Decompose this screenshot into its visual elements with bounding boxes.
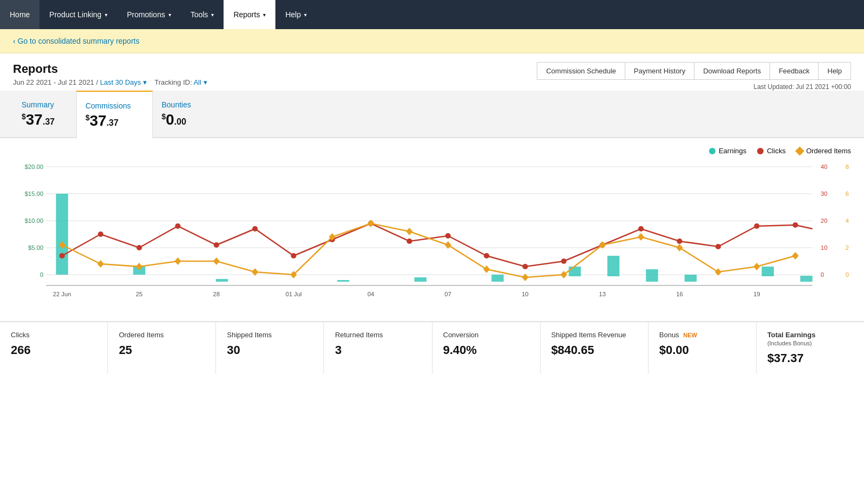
stat-shipped-revenue: Shipped Items Revenue $840.65 — [541, 322, 649, 374]
bounties-amount: $0.00 — [161, 111, 191, 128]
svg-text:$20.00: $20.00 — [25, 164, 43, 170]
date-filter-link[interactable]: Last 30 Days ▾ — [100, 78, 148, 86]
stat-ordered-items: Ordered Items 25 — [108, 322, 216, 374]
chart-svg: $20.00 $15.00 $10.00 $5.00 0 40 30 20 10… — [13, 161, 851, 312]
stat-bonus-value: $0.00 — [659, 343, 745, 357]
chevron-down-icon: ▾ — [143, 78, 147, 86]
consolidated-reports-link[interactable]: ‹ Go to consolidated summary reports — [13, 37, 139, 45]
summary-tab-label: Summary — [22, 100, 55, 109]
svg-text:28: 28 — [213, 291, 220, 297]
svg-point-35 — [137, 245, 142, 250]
svg-text:8: 8 — [846, 164, 849, 170]
svg-point-33 — [59, 253, 65, 258]
tracking-id-link[interactable]: All ▾ — [193, 78, 207, 86]
tab-download-reports[interactable]: Download Reports — [694, 62, 770, 80]
stat-shipped-value: 30 — [227, 343, 313, 357]
summary-tabs: Summary $37.37 Commissions $37.37 Bounti… — [0, 91, 864, 138]
tab-bounties[interactable]: Bounties $0.00 — [153, 91, 212, 137]
stat-total-earnings: Total Earnings (Includes Bonus) $37.37 — [757, 322, 864, 374]
stats-row: Clicks 266 Ordered Items 25 Shipped Item… — [0, 321, 864, 374]
svg-point-49 — [677, 239, 682, 244]
tab-commissions[interactable]: Commissions $37.37 — [76, 91, 153, 138]
svg-point-36 — [175, 223, 180, 229]
svg-text:6: 6 — [846, 190, 849, 197]
svg-marker-71 — [753, 263, 760, 270]
chart-area: Earnings Clicks Ordered Items $20.00 $15… — [0, 138, 864, 317]
svg-rect-26 — [491, 275, 503, 282]
nav-reports[interactable]: Reports ▾ — [224, 0, 275, 29]
chart-container: $20.00 $15.00 $10.00 $5.00 0 40 30 20 10… — [13, 161, 851, 312]
chevron-down-icon: ▾ — [263, 12, 266, 18]
svg-point-46 — [561, 258, 566, 264]
svg-text:19: 19 — [753, 291, 760, 297]
svg-text:20: 20 — [821, 217, 827, 224]
svg-marker-72 — [792, 252, 799, 260]
svg-text:0: 0 — [40, 271, 43, 278]
clicks-dot — [757, 148, 764, 154]
svg-text:07: 07 — [444, 291, 451, 297]
chevron-down-icon: ▾ — [304, 12, 307, 18]
tab-commission-schedule[interactable]: Commission Schedule — [537, 62, 625, 80]
svg-point-37 — [214, 242, 219, 248]
svg-marker-68 — [638, 233, 644, 241]
svg-text:$15.00: $15.00 — [25, 190, 43, 197]
svg-point-38 — [252, 226, 258, 231]
chevron-down-icon: ▾ — [168, 12, 171, 18]
stat-revenue-label: Shipped Items Revenue — [551, 331, 637, 339]
stat-conversion-value: 9.40% — [443, 343, 529, 357]
svg-rect-29 — [646, 269, 658, 282]
svg-marker-69 — [676, 244, 683, 251]
legend-ordered-items: Ordered Items — [796, 147, 851, 155]
svg-rect-27 — [569, 267, 580, 276]
chevron-down-icon: ▾ — [204, 78, 207, 86]
bounties-tab-label: Bounties — [161, 100, 191, 109]
tab-feedback[interactable]: Feedback — [770, 62, 819, 80]
svg-marker-56 — [174, 257, 181, 265]
chevron-down-icon: ▾ — [211, 12, 214, 18]
stat-total-value: $37.37 — [767, 351, 853, 365]
svg-point-52 — [793, 222, 798, 228]
top-navigation: Home Product Linking ▾ Promotions ▾ Tool… — [0, 0, 864, 29]
stat-revenue-value: $840.65 — [551, 343, 637, 357]
stat-shipped-items: Shipped Items 30 — [216, 322, 324, 374]
nav-product-linking[interactable]: Product Linking ▾ — [39, 0, 117, 29]
nav-help[interactable]: Help ▾ — [275, 0, 316, 29]
stat-bonus: Bonus NEW $0.00 — [649, 322, 757, 374]
nav-home[interactable]: Home — [0, 0, 39, 29]
stat-conversion-label: Conversion — [443, 331, 529, 339]
tab-payment-history[interactable]: Payment History — [625, 62, 694, 80]
svg-point-42 — [407, 239, 412, 244]
stat-shipped-label: Shipped Items — [227, 331, 313, 339]
svg-text:2: 2 — [846, 244, 849, 251]
svg-rect-23 — [216, 279, 228, 282]
svg-rect-30 — [685, 275, 697, 282]
svg-text:16: 16 — [676, 291, 683, 297]
svg-point-44 — [484, 253, 489, 258]
svg-rect-24 — [337, 280, 349, 282]
tab-summary[interactable]: Summary $37.37 — [13, 91, 76, 137]
svg-point-50 — [716, 244, 721, 249]
svg-marker-57 — [213, 257, 220, 265]
svg-marker-64 — [483, 265, 490, 273]
page-title: Reports — [13, 62, 207, 76]
svg-text:$5.00: $5.00 — [28, 244, 43, 251]
svg-text:10: 10 — [522, 291, 528, 297]
svg-rect-25 — [414, 277, 426, 282]
svg-marker-54 — [97, 260, 104, 268]
tab-help[interactable]: Help — [819, 62, 851, 80]
nav-tools[interactable]: Tools ▾ — [181, 0, 224, 29]
stat-returned-label: Returned Items — [335, 331, 421, 339]
svg-rect-32 — [800, 276, 812, 282]
stat-returned-value: 3 — [335, 343, 421, 357]
new-badge: NEW — [683, 332, 697, 338]
svg-rect-21 — [56, 194, 68, 275]
banner: ‹ Go to consolidated summary reports — [0, 29, 864, 53]
svg-text:0: 0 — [846, 271, 849, 278]
svg-text:04: 04 — [367, 291, 374, 297]
legend-earnings: Earnings — [709, 147, 746, 155]
nav-promotions[interactable]: Promotions ▾ — [117, 0, 181, 29]
svg-point-34 — [98, 231, 103, 237]
svg-point-39 — [291, 253, 296, 258]
stat-bonus-label: Bonus NEW — [659, 331, 745, 339]
svg-text:22 Jun: 22 Jun — [53, 291, 71, 297]
